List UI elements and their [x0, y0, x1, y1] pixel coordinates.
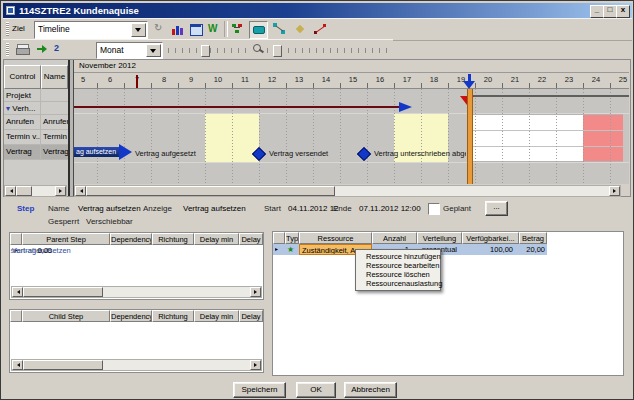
col-header-marker[interactable] [10, 233, 22, 245]
milestone-label: Vertrag unterschrieben abgeheftet [374, 149, 466, 158]
abbrechen-button[interactable]: Abbrechen [344, 382, 397, 398]
dialog-window: 114SZTRE2 Kundenaquise _ □ x Ziel Timeli… [0, 0, 634, 400]
step-start-value[interactable]: 04.11.2012 12 [288, 204, 339, 213]
col-header-Dependency[interactable]: Dependency [110, 233, 152, 245]
milestone-diamond-icon[interactable] [357, 147, 371, 161]
resource-betrag-cell[interactable]: 20,00 [519, 244, 547, 255]
chart-hscrollbar-thumb[interactable] [86, 186, 335, 196]
grid-hscrollbar[interactable] [4, 185, 67, 197]
toolbar-grip-2[interactable] [6, 43, 9, 56]
col-header-Typ[interactable]: Typ [285, 232, 299, 244]
scroll-left-icon[interactable] [12, 287, 23, 297]
view-combobox[interactable]: Timeline [34, 21, 148, 39]
close-button[interactable]: x [616, 5, 630, 18]
row-name-cell [41, 89, 68, 102]
gantt-row-Verh...[interactable]: ▾ Verh... [4, 102, 68, 115]
resource-verfuegbarkeit-cell[interactable]: 100,00 [462, 244, 519, 255]
chart-icon[interactable] [169, 21, 186, 37]
scroll-right-icon[interactable] [250, 360, 261, 370]
parent-step-table[interactable]: Parent StepDependencyRichtungDelay minDe… [9, 232, 264, 300]
dependency-icon[interactable] [312, 21, 329, 37]
step-anzeige-value[interactable]: Vertrag aufsetzen [183, 204, 246, 213]
print-icon[interactable] [14, 41, 31, 57]
table-hscrollbar[interactable] [11, 359, 262, 371]
col-header-Dependency[interactable]: Dependency [110, 310, 152, 322]
row-dropdown-icon[interactable]: ▾ [6, 104, 12, 113]
title-bar[interactable]: 114SZTRE2 Kundenaquise _ □ x [3, 3, 632, 18]
view-value: Timeline [38, 24, 70, 34]
nodes-icon[interactable] [271, 21, 288, 37]
column-header-name[interactable]: Name [41, 65, 68, 89]
focus-arrow-icon [463, 81, 475, 95]
task-bar[interactable]: ag aufsetzen [74, 147, 121, 157]
scroll-left-icon[interactable] [75, 186, 86, 196]
structure-icon[interactable] [229, 21, 246, 37]
gantt-chart[interactable]: November 2012 56789101112131415161718192… [74, 59, 629, 184]
chart-hscrollbar[interactable] [74, 185, 621, 197]
col-header-Verfügbarkei...[interactable]: Verfügbarkei... [462, 232, 519, 244]
time-scale-slider-thumb[interactable] [201, 45, 210, 57]
table-hscrollbar[interactable] [11, 286, 262, 298]
col-header-Delay min[interactable]: Delay min [194, 310, 239, 322]
table-icon[interactable] [187, 21, 204, 37]
zoom-slider-thumb[interactable] [273, 45, 282, 57]
settings-icon[interactable]: ↻ [151, 21, 168, 37]
gantt-row-Anrufen[interactable]: AnrufenAnrufen [4, 115, 68, 130]
minimize-button[interactable]: _ [590, 5, 604, 18]
scale-combobox[interactable]: Monat [96, 42, 163, 59]
export-icon[interactable] [34, 41, 51, 57]
gantt-row-Termin v...[interactable]: Termin v...Termin [4, 130, 68, 145]
timeline-icon[interactable] [249, 21, 268, 39]
verschiebbar-label: Verschiebbar [86, 217, 133, 226]
col-header-Ressource[interactable]: Ressource [299, 232, 372, 244]
more-button[interactable]: ... [485, 201, 508, 216]
scroll-right-icon[interactable] [55, 186, 66, 196]
step-ende-value[interactable]: 07.11.2012 12:00 [359, 204, 421, 213]
table-hscrollbar-thumb[interactable] [23, 360, 103, 370]
table-hscrollbar-thumb[interactable] [23, 287, 103, 297]
scroll-left-icon[interactable] [12, 360, 23, 370]
chart-body: ag aufsetzenVertrag aufgesetztVertrag ve… [74, 59, 629, 184]
zoom-slider-track[interactable] [267, 48, 387, 53]
milestone-icon[interactable] [292, 21, 309, 37]
col-header-Delay[interactable]: Delay [239, 233, 263, 245]
ok-button[interactable]: OK [296, 382, 336, 398]
speichern-button[interactable]: Speichern [233, 382, 286, 398]
column-header-control[interactable]: Control [4, 65, 41, 89]
menu-item-ressource-hinzuf-gen[interactable]: Ressource hinzufügen [356, 252, 440, 261]
col-header-Verteilung[interactable]: Verteilung [417, 232, 462, 244]
menu-item-ressource-l-schen[interactable]: Ressource löschen [356, 270, 440, 279]
window-title: 114SZTRE2 Kundenaquise [19, 5, 139, 16]
focus-line[interactable] [467, 89, 473, 184]
scroll-left-icon[interactable] [5, 186, 16, 196]
geplant-checkbox[interactable] [428, 203, 440, 215]
grid-hscrollbar-thumb[interactable] [16, 186, 32, 196]
col-header-marker[interactable] [273, 232, 285, 244]
gantt-row-Projekt[interactable]: Projekt [4, 89, 68, 102]
gantt-row-Vertrag[interactable]: VertragVertrag [4, 145, 68, 160]
col-header-Child Step[interactable]: Child Step [22, 310, 110, 322]
chevron-down-icon[interactable] [146, 44, 161, 57]
parent-step-cell[interactable] [10, 245, 34, 256]
refresh-2-icon[interactable]: 2 [50, 41, 67, 57]
col-header-Richtung[interactable]: Richtung [152, 233, 194, 245]
menu-item-ressource-bearbeiten[interactable]: Ressource bearbeiten [356, 261, 440, 270]
col-header-marker[interactable] [10, 310, 22, 322]
menu-item-ressourcenauslastung[interactable]: Ressourcenauslastung [356, 279, 440, 288]
wizard-icon[interactable]: W [205, 21, 222, 37]
col-header-Delay min[interactable]: Delay min [194, 233, 239, 245]
maximize-button[interactable]: □ [603, 5, 617, 18]
scroll-right-icon[interactable] [609, 186, 620, 196]
day-gridline [259, 89, 260, 184]
toolbar-grip[interactable] [6, 22, 9, 36]
scroll-right-icon[interactable] [250, 287, 261, 297]
col-header-Delay[interactable]: Delay [239, 310, 263, 322]
resource-table[interactable]: TypRessourceAnzahlVerteilungVerfügbarkei… [272, 231, 624, 376]
step-name-value[interactable]: Vertrag aufsetzen [78, 204, 141, 213]
child-step-table[interactable]: Child StepDependencyRichtungDelay minDel… [9, 309, 264, 373]
col-header-Richtung[interactable]: Richtung [152, 310, 194, 322]
chevron-down-icon[interactable] [131, 23, 146, 37]
col-header-Anzahl[interactable]: Anzahl [372, 232, 417, 244]
col-header-Betrag[interactable]: Betrag [519, 232, 547, 244]
col-header-Parent Step[interactable]: Parent Step [22, 233, 110, 245]
